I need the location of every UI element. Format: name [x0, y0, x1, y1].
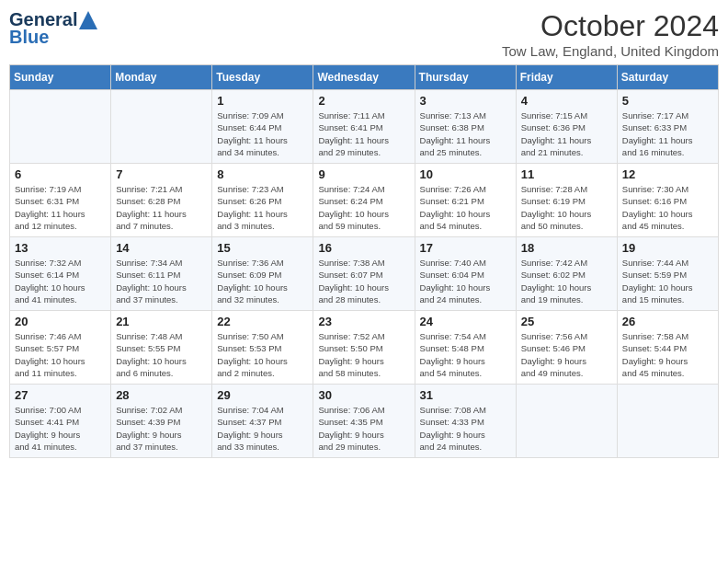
day-number: 22 [217, 315, 308, 328]
day-info: Sunrise: 7:54 AM Sunset: 5:48 PM Dayligh… [420, 330, 511, 379]
calendar-cell: 19Sunrise: 7:44 AM Sunset: 5:59 PM Dayli… [617, 237, 718, 311]
day-info: Sunrise: 7:13 AM Sunset: 6:38 PM Dayligh… [420, 109, 511, 158]
calendar-cell: 14Sunrise: 7:34 AM Sunset: 6:11 PM Dayli… [111, 237, 212, 311]
day-info: Sunrise: 7:38 AM Sunset: 6:07 PM Dayligh… [318, 257, 409, 305]
calendar-cell: 15Sunrise: 7:36 AM Sunset: 6:09 PM Dayli… [212, 237, 313, 311]
day-info: Sunrise: 7:04 AM Sunset: 4:37 PM Dayligh… [217, 404, 308, 453]
day-number: 16 [318, 241, 409, 255]
day-number: 18 [521, 241, 612, 255]
header-day-sunday: Sunday [10, 65, 111, 90]
calendar-cell: 13Sunrise: 7:32 AM Sunset: 6:14 PM Dayli… [10, 237, 111, 311]
day-number: 3 [420, 94, 511, 108]
day-info: Sunrise: 7:26 AM Sunset: 6:21 PM Dayligh… [420, 183, 511, 232]
header-day-monday: Monday [111, 65, 212, 90]
day-number: 21 [116, 315, 207, 328]
location-title: Tow Law, England, United Kingdom [502, 43, 719, 59]
day-info: Sunrise: 7:30 AM Sunset: 6:16 PM Dayligh… [622, 183, 713, 232]
calendar-cell: 30Sunrise: 7:06 AM Sunset: 4:35 PM Dayli… [313, 385, 415, 458]
day-number: 27 [15, 388, 106, 402]
calendar-cell: 28Sunrise: 7:02 AM Sunset: 4:39 PM Dayli… [111, 385, 212, 458]
day-number: 12 [622, 167, 713, 181]
calendar-cell: 6Sunrise: 7:19 AM Sunset: 6:31 PM Daylig… [10, 164, 111, 237]
day-info: Sunrise: 7:56 AM Sunset: 5:46 PM Dayligh… [521, 330, 612, 379]
day-info: Sunrise: 7:24 AM Sunset: 6:24 PM Dayligh… [318, 183, 409, 232]
calendar-week-row: 1Sunrise: 7:09 AM Sunset: 6:44 PM Daylig… [10, 90, 719, 164]
day-info: Sunrise: 7:50 AM Sunset: 5:53 PM Dayligh… [217, 330, 308, 379]
calendar-cell: 12Sunrise: 7:30 AM Sunset: 6:16 PM Dayli… [617, 164, 718, 237]
day-info: Sunrise: 7:40 AM Sunset: 6:04 PM Dayligh… [420, 257, 511, 305]
day-number: 7 [116, 167, 207, 181]
calendar-cell: 4Sunrise: 7:15 AM Sunset: 6:36 PM Daylig… [516, 90, 617, 164]
day-info: Sunrise: 7:34 AM Sunset: 6:11 PM Dayligh… [116, 257, 207, 305]
day-info: Sunrise: 7:06 AM Sunset: 4:35 PM Dayligh… [318, 404, 409, 453]
day-number: 11 [521, 167, 612, 181]
calendar-week-row: 6Sunrise: 7:19 AM Sunset: 6:31 PM Daylig… [10, 164, 719, 237]
calendar-cell: 22Sunrise: 7:50 AM Sunset: 5:53 PM Dayli… [212, 311, 313, 385]
header-day-thursday: Thursday [415, 65, 516, 90]
day-info: Sunrise: 7:48 AM Sunset: 5:55 PM Dayligh… [116, 330, 207, 379]
day-number: 13 [15, 241, 106, 255]
calendar-cell: 11Sunrise: 7:28 AM Sunset: 6:19 PM Dayli… [516, 164, 617, 237]
day-number: 19 [622, 241, 713, 255]
day-info: Sunrise: 7:23 AM Sunset: 6:26 PM Dayligh… [217, 183, 308, 232]
header-day-friday: Friday [516, 65, 617, 90]
day-info: Sunrise: 7:19 AM Sunset: 6:31 PM Dayligh… [15, 183, 106, 232]
day-number: 15 [217, 241, 308, 255]
calendar-cell: 5Sunrise: 7:17 AM Sunset: 6:33 PM Daylig… [617, 90, 718, 164]
calendar-cell: 9Sunrise: 7:24 AM Sunset: 6:24 PM Daylig… [313, 164, 415, 237]
svg-marker-0 [79, 11, 97, 29]
calendar-cell: 17Sunrise: 7:40 AM Sunset: 6:04 PM Dayli… [415, 237, 516, 311]
month-title: October 2024 [502, 9, 719, 43]
calendar-header-row: SundayMondayTuesdayWednesdayThursdayFrid… [10, 65, 719, 90]
calendar-cell [111, 90, 212, 164]
calendar-cell: 23Sunrise: 7:52 AM Sunset: 5:50 PM Dayli… [313, 311, 415, 385]
calendar-cell: 29Sunrise: 7:04 AM Sunset: 4:37 PM Dayli… [212, 385, 313, 458]
calendar-week-row: 20Sunrise: 7:46 AM Sunset: 5:57 PM Dayli… [10, 311, 719, 385]
calendar-cell: 3Sunrise: 7:13 AM Sunset: 6:38 PM Daylig… [415, 90, 516, 164]
calendar-cell: 8Sunrise: 7:23 AM Sunset: 6:26 PM Daylig… [212, 164, 313, 237]
calendar-cell: 7Sunrise: 7:21 AM Sunset: 6:28 PM Daylig… [111, 164, 212, 237]
day-number: 10 [420, 167, 511, 181]
calendar-cell [10, 90, 111, 164]
day-info: Sunrise: 7:21 AM Sunset: 6:28 PM Dayligh… [116, 183, 207, 232]
day-number: 20 [15, 315, 106, 328]
calendar-week-row: 27Sunrise: 7:00 AM Sunset: 4:41 PM Dayli… [10, 385, 719, 458]
day-number: 26 [622, 315, 713, 328]
day-number: 4 [521, 94, 612, 108]
calendar-cell: 26Sunrise: 7:58 AM Sunset: 5:44 PM Dayli… [617, 311, 718, 385]
header-day-wednesday: Wednesday [313, 65, 415, 90]
calendar-cell: 21Sunrise: 7:48 AM Sunset: 5:55 PM Dayli… [111, 311, 212, 385]
day-number: 30 [318, 388, 409, 402]
day-number: 6 [15, 167, 106, 181]
calendar-cell: 27Sunrise: 7:00 AM Sunset: 4:41 PM Dayli… [10, 385, 111, 458]
calendar-cell: 16Sunrise: 7:38 AM Sunset: 6:07 PM Dayli… [313, 237, 415, 311]
day-number: 28 [116, 388, 207, 402]
day-number: 23 [318, 315, 409, 328]
day-number: 25 [521, 315, 612, 328]
day-number: 29 [217, 388, 308, 402]
calendar-cell: 24Sunrise: 7:54 AM Sunset: 5:48 PM Dayli… [415, 311, 516, 385]
day-info: Sunrise: 7:02 AM Sunset: 4:39 PM Dayligh… [116, 404, 207, 453]
calendar-cell [516, 385, 617, 458]
calendar-cell: 18Sunrise: 7:42 AM Sunset: 6:02 PM Dayli… [516, 237, 617, 311]
day-info: Sunrise: 7:42 AM Sunset: 6:02 PM Dayligh… [521, 257, 612, 305]
day-info: Sunrise: 7:17 AM Sunset: 6:33 PM Dayligh… [622, 109, 713, 158]
day-info: Sunrise: 7:00 AM Sunset: 4:41 PM Dayligh… [15, 404, 106, 453]
day-info: Sunrise: 7:32 AM Sunset: 6:14 PM Dayligh… [15, 257, 106, 305]
logo-icon [79, 11, 97, 29]
day-number: 5 [622, 94, 713, 108]
day-number: 9 [318, 167, 409, 181]
logo: General Blue [9, 9, 97, 48]
day-number: 17 [420, 241, 511, 255]
calendar-cell: 10Sunrise: 7:26 AM Sunset: 6:21 PM Dayli… [415, 164, 516, 237]
calendar-cell: 20Sunrise: 7:46 AM Sunset: 5:57 PM Dayli… [10, 311, 111, 385]
day-number: 24 [420, 315, 511, 328]
calendar-cell: 31Sunrise: 7:08 AM Sunset: 4:33 PM Dayli… [415, 385, 516, 458]
calendar-table: SundayMondayTuesdayWednesdayThursdayFrid… [9, 64, 719, 458]
logo-blue: Blue [9, 27, 49, 48]
calendar-cell: 25Sunrise: 7:56 AM Sunset: 5:46 PM Dayli… [516, 311, 617, 385]
day-number: 2 [318, 94, 409, 108]
day-info: Sunrise: 7:44 AM Sunset: 5:59 PM Dayligh… [622, 257, 713, 305]
day-info: Sunrise: 7:11 AM Sunset: 6:41 PM Dayligh… [318, 109, 409, 158]
header-day-saturday: Saturday [617, 65, 718, 90]
